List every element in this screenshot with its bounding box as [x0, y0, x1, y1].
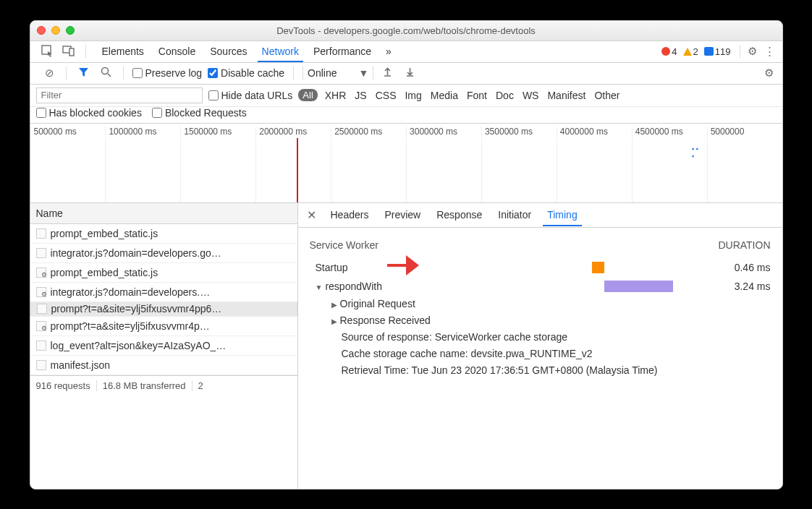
filter-type-css[interactable]: CSS	[374, 90, 398, 101]
caret-right-icon[interactable]: ▶	[331, 299, 337, 310]
devtools-window: DevTools - developers.google.com/web/too…	[30, 20, 783, 489]
retrieval-line: Retrieval Time: Tue Jun 23 2020 17:36:51…	[331, 362, 771, 379]
filter-type-other[interactable]: Other	[593, 90, 621, 101]
main-menubar: Elements Console Sources Network Perform…	[30, 41, 782, 63]
close-detail-button[interactable]: ✕	[304, 208, 319, 222]
timing-body: Service Worker DURATION Startup0.46 ms▼r…	[298, 228, 782, 385]
network-toolbar: ⊘ Preserve log Disable cache Online▼ ⚙	[30, 63, 782, 85]
file-gear-icon	[36, 321, 46, 331]
request-name: manifest.json	[51, 359, 110, 371]
close-window-button[interactable]	[37, 26, 46, 35]
caret-down-icon[interactable]: ▼	[316, 283, 323, 291]
file-icon	[36, 360, 46, 370]
duration-header: DURATION	[718, 239, 770, 251]
upload-har-icon[interactable]	[379, 65, 396, 81]
filter-type-all[interactable]: All	[298, 89, 317, 101]
status-footer: 916 requests 16.8 MB transferred 2	[30, 375, 297, 395]
filter-input[interactable]	[36, 87, 203, 103]
message-icon	[704, 47, 714, 56]
caret-right-icon[interactable]: ▶	[331, 316, 337, 327]
request-count: 916 requests	[36, 380, 97, 391]
file-gear-icon	[36, 268, 46, 278]
search-icon[interactable]	[98, 65, 114, 81]
filter-type-manifest[interactable]: Manifest	[546, 90, 587, 101]
request-row[interactable]: integrator.js?domain=developers.go…	[30, 244, 297, 263]
warning-count[interactable]: 2	[683, 46, 698, 57]
timing-row: ▼respondWith3.24 ms	[310, 277, 771, 296]
tab-elements[interactable]: Elements	[98, 40, 148, 62]
blocked-requests-checkbox[interactable]: Blocked Requests	[152, 107, 247, 119]
svg-line-4	[108, 74, 111, 77]
minimize-window-button[interactable]	[51, 26, 60, 35]
svg-point-3	[101, 68, 108, 74]
tab-performance[interactable]: Performance	[309, 40, 376, 62]
inspect-icon[interactable]	[38, 43, 56, 61]
timeline-activity: ▪ ▪▪	[692, 145, 698, 160]
filter-type-media[interactable]: Media	[429, 90, 460, 101]
message-count[interactable]: 119	[704, 46, 731, 57]
request-row[interactable]: log_event?alt=json&key=AIzaSyAO_…	[30, 336, 297, 356]
blocked-cookies-checkbox[interactable]: Has blocked cookies	[36, 107, 142, 119]
request-row[interactable]: prompt?t=a&site=ylj5ifxusvvmr4pp6…	[30, 302, 297, 317]
error-count[interactable]: 4	[661, 46, 677, 57]
maximize-window-button[interactable]	[66, 26, 75, 35]
timeline-marker	[297, 138, 298, 202]
footer-third: 2	[198, 380, 209, 391]
file-icon	[37, 304, 47, 314]
detail-tab-headers[interactable]: Headers	[326, 203, 373, 226]
timing-duration: 0.46 ms	[713, 262, 771, 273]
filter-toggle-icon[interactable]	[75, 65, 92, 81]
timeline-overview[interactable]: 500000 ms 1000000 ms 1500000 ms 2000000 …	[30, 124, 782, 203]
request-row[interactable]: prompt?t=a&site=ylj5ifxusvvmr4p…	[30, 317, 297, 336]
disable-cache-checkbox[interactable]: Disable cache	[208, 67, 284, 79]
timeline-labels: 500000 ms 1000000 ms 1500000 ms 2000000 …	[30, 127, 782, 137]
detail-tab-initiator[interactable]: Initiator	[494, 203, 536, 226]
timing-duration: 3.24 ms	[713, 281, 771, 292]
transferred-size: 16.8 MB transferred	[103, 380, 193, 391]
request-row[interactable]: integrator.js?domain=developers.…	[30, 283, 297, 302]
filter-type-xhr[interactable]: XHR	[323, 90, 348, 101]
request-row[interactable]: prompt_embed_static.js	[30, 224, 297, 244]
section-title: Service Worker	[310, 239, 378, 251]
filter-type-img[interactable]: Img	[403, 90, 423, 101]
detail-panel: ✕ Headers Preview Response Initiator Tim…	[298, 203, 782, 489]
tab-network[interactable]: Network	[258, 40, 303, 62]
filter-type-ws[interactable]: WS	[521, 90, 541, 101]
tab-sources[interactable]: Sources	[206, 40, 251, 62]
request-name: log_event?alt=json&key=AIzaSyAO_…	[51, 340, 227, 351]
settings-gear-icon[interactable]: ⚙	[745, 43, 760, 59]
request-name: prompt_embed_static.js	[51, 267, 158, 278]
lower-pane: Name prompt_embed_static.jsintegrator.js…	[30, 203, 782, 489]
tab-console[interactable]: Console	[154, 40, 200, 62]
filter-type-font[interactable]: Font	[465, 90, 489, 101]
network-settings-gear-icon[interactable]: ⚙	[761, 65, 777, 81]
filter-type-doc[interactable]: Doc	[494, 90, 515, 101]
request-list-header[interactable]: Name	[30, 203, 297, 224]
chevron-down-icon: ▼	[359, 67, 369, 79]
svg-rect-2	[69, 48, 74, 56]
request-list: Name prompt_embed_static.jsintegrator.js…	[30, 203, 298, 489]
filter-type-js[interactable]: JS	[353, 90, 368, 101]
timing-label: respondWith	[325, 281, 382, 292]
warning-icon	[683, 48, 692, 56]
request-name: prompt_embed_static.js	[51, 228, 158, 239]
hide-data-urls-checkbox[interactable]: Hide data URLs	[208, 90, 293, 101]
clear-button[interactable]: ⊘	[42, 65, 57, 81]
file-icon	[36, 341, 46, 351]
titlebar: DevTools - developers.google.com/web/too…	[30, 21, 782, 41]
timing-bar	[604, 281, 673, 292]
request-name: prompt?t=a&site=ylj5ifxusvvmr4pp6…	[51, 303, 222, 315]
tabs-overflow-icon[interactable]: »	[381, 40, 396, 62]
window-title: DevTools - developers.google.com/web/too…	[276, 25, 536, 36]
more-menu-icon[interactable]: ⋮	[761, 43, 778, 59]
throttle-select[interactable]: Online▼	[303, 66, 373, 80]
device-toggle-icon[interactable]	[59, 43, 78, 61]
detail-tab-timing[interactable]: Timing	[543, 203, 582, 226]
file-icon	[36, 248, 46, 258]
detail-tab-response[interactable]: Response	[432, 203, 486, 226]
preserve-log-checkbox[interactable]: Preserve log	[132, 67, 203, 79]
request-row[interactable]: prompt_embed_static.js	[30, 263, 297, 283]
download-har-icon[interactable]	[402, 65, 418, 81]
detail-tab-preview[interactable]: Preview	[380, 203, 425, 226]
request-row[interactable]: manifest.json	[30, 356, 297, 375]
